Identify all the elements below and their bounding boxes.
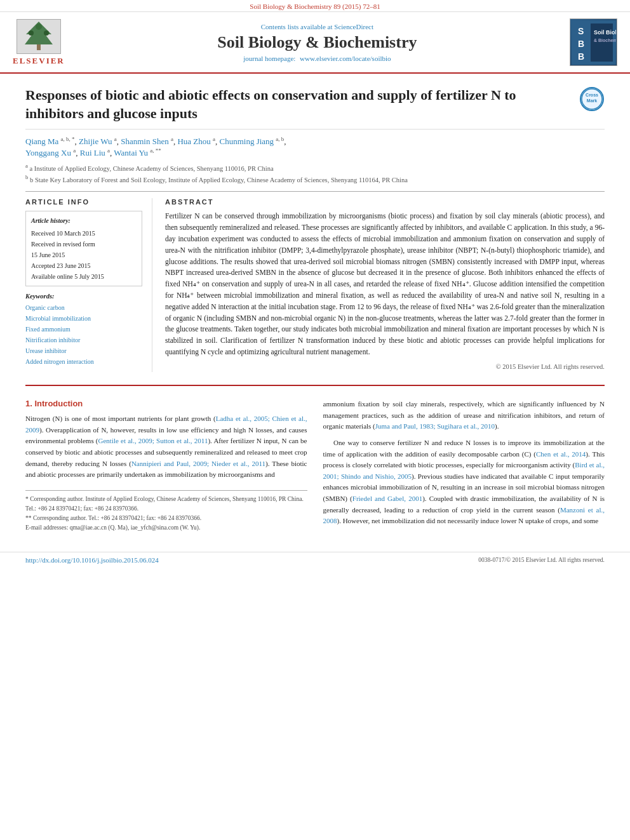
received-date: Received 10 March 2015 xyxy=(31,228,137,239)
homepage-link[interactable]: www.elsevier.com/locate/soilbio xyxy=(300,55,391,62)
author-qiang-ma: Qiang Ma xyxy=(25,137,58,147)
keywords-section: Keywords: Organic carbon Microbial immob… xyxy=(25,293,142,367)
homepage-prefix: journal homepage: xyxy=(243,55,295,62)
author-yonggang-xu: Yonggang Xu xyxy=(25,148,71,157)
intro-para-3: One way to conserve fertilizer N and red… xyxy=(323,437,605,527)
keyword-3: Fixed ammonium xyxy=(25,324,142,335)
cite-juma: Juma and Paul, 1983; Sugihara et al., 20… xyxy=(375,422,495,430)
affiliation-b: b b State Key Laboratory of Forest and S… xyxy=(25,173,605,185)
intro-heading: 1. Introduction xyxy=(25,399,307,408)
cite-chen: Chen et al., 2014 xyxy=(536,450,586,458)
abstract-column: ABSTRACT Fertilizer N can be conserved t… xyxy=(165,198,605,372)
main-content: Responses of biotic and abiotic effects … xyxy=(0,74,630,545)
journal-header: ELSEVIER Contents lists available at Sci… xyxy=(0,12,630,74)
footnote-star2: ** Corresponding author. Tel.: +86 24 83… xyxy=(25,514,307,523)
author-shanmin-shen: Shanmin Shen xyxy=(121,137,168,147)
article-info-title: ARTICLE INFO xyxy=(25,198,142,206)
accepted-date: Accepted 23 June 2015 xyxy=(31,260,137,271)
elsevier-brand-text: ELSEVIER xyxy=(13,56,65,66)
author-rui-liu: Rui Liu xyxy=(80,148,105,157)
article-history-box: Article history: Received 10 March 2015 … xyxy=(25,211,142,286)
svg-point-2 xyxy=(29,30,34,36)
available-date: Available online 5 July 2015 xyxy=(31,271,137,282)
intro-para-2: ammonium fixation by soil clay minerals,… xyxy=(323,399,605,432)
svg-text:B: B xyxy=(578,39,584,49)
intro-para-1: Nitrogen (N) is one of most important nu… xyxy=(25,413,307,481)
abstract-body: Fertilizer N can be conserved through im… xyxy=(165,211,605,372)
copyright-notice: © 2015 Elsevier Ltd. All rights reserved… xyxy=(165,362,605,372)
keyword-1: Organic carbon xyxy=(25,302,142,313)
author-shen-sup: a xyxy=(171,136,173,142)
footnotes: * Corresponding author. Institute of App… xyxy=(25,490,307,533)
article-info-column: ARTICLE INFO Article history: Received 1… xyxy=(25,198,152,372)
article-title-section: Responses of biotic and abiotic effects … xyxy=(25,86,605,130)
author-zhou-sup: a xyxy=(213,136,215,142)
elsevier-logo: ELSEVIER xyxy=(13,19,65,66)
footnote-star1: * Corresponding author. Institute of App… xyxy=(25,495,307,514)
svg-text:B: B xyxy=(578,51,584,62)
author-yu-sup: a, ** xyxy=(150,147,161,154)
body-col-left: 1. Introduction Nitrogen (N) is one of m… xyxy=(25,399,307,533)
article-history-label: Article history: xyxy=(31,215,137,226)
keyword-6: Added nitrogen interaction xyxy=(25,356,142,367)
cite-bird: Bird et al., 2001; Shindo and Nishio, 20… xyxy=(323,461,605,480)
svg-text:Mark: Mark xyxy=(587,98,597,103)
journal-header-center: Contents lists available at ScienceDirec… xyxy=(65,23,570,62)
received-revised-date: 15 June 2015 xyxy=(31,250,137,260)
doi-link[interactable]: http://dx.doi.org/10.1016/j.jsoilbio.201… xyxy=(25,556,159,564)
journal-homepage: journal homepage: www.elsevier.com/locat… xyxy=(65,55,570,62)
affiliations: a a Institute of Applied Ecology, Chines… xyxy=(25,162,605,185)
contents-available-text: Contents lists available at ScienceDirec… xyxy=(65,23,570,30)
sciencedirect-link[interactable]: ScienceDirect xyxy=(334,23,373,30)
svg-point-3 xyxy=(44,30,49,36)
footnote-email: E-mail addresses: qma@iae.ac.cn (Q. Ma),… xyxy=(25,523,307,533)
keywords-label: Keywords: xyxy=(25,293,142,300)
author-xu-sup: a xyxy=(73,147,76,154)
keyword-2: Microbial immobilization xyxy=(25,313,142,324)
cite-friedel: Friedel and Gabel, 2001 xyxy=(352,495,422,502)
author-chunming-jiang: Chunming Jiang xyxy=(220,137,274,147)
elsevier-tree-image xyxy=(17,19,61,54)
author-wantai-yu: Wantai Yu xyxy=(114,148,148,157)
keyword-5: Urease inhibitor xyxy=(25,345,142,356)
intro-title: Introduction xyxy=(34,399,83,408)
abstract-title: ABSTRACT xyxy=(165,198,605,206)
svg-text:& Biochemistry: & Biochemistry xyxy=(594,38,616,43)
top-banner: Soil Biology & Biochemistry 89 (2015) 72… xyxy=(0,0,630,12)
body-text-right: ammonium fixation by soil clay minerals,… xyxy=(323,399,605,527)
journal-title: Soil Biology & Biochemistry xyxy=(65,33,570,52)
body-text-left: Nitrogen (N) is one of most important nu… xyxy=(25,413,307,481)
crossmark-badge[interactable]: Cross Mark xyxy=(579,86,605,112)
body-section: 1. Introduction Nitrogen (N) is one of m… xyxy=(25,385,605,533)
article-title: Responses of biotic and abiotic effects … xyxy=(25,86,570,123)
authors-line: Qiang Ma a, b, *, Zhijie Wu a, Shanmin S… xyxy=(25,136,605,158)
banner-text: Soil Biology & Biochemistry 89 (2015) 72… xyxy=(250,3,380,10)
body-col-right: ammonium fixation by soil clay minerals,… xyxy=(323,399,605,533)
sbb-logo: S B B Soil Biology & Biochemistry xyxy=(570,18,617,66)
abstract-text-content: Fertilizer N can be conserved through im… xyxy=(165,212,605,356)
article-info-abstract-section: ARTICLE INFO Article history: Received 1… xyxy=(25,191,605,372)
svg-text:Cross: Cross xyxy=(586,93,598,97)
cite-nannipieri: Nannipieri and Paul, 2009; Nieder et al.… xyxy=(131,460,265,467)
body-two-col: 1. Introduction Nitrogen (N) is one of m… xyxy=(25,399,605,533)
contents-prefix: Contents lists available at xyxy=(261,23,333,30)
issn-text: 0038-0717/© 2015 Elsevier Ltd. All right… xyxy=(478,557,605,563)
svg-text:Soil Biology: Soil Biology xyxy=(594,29,616,36)
cite-manzoni: Manzoni et al., 2008 xyxy=(323,506,605,525)
author-wu-sup: a xyxy=(114,136,117,142)
cite-gentile: Gentile et al., 2009; Sutton et al., 201… xyxy=(98,437,208,444)
crossmark-icon: Cross Mark xyxy=(580,87,604,111)
cite-ladha: Ladha et al., 2005; Chien et al., 2009 xyxy=(25,415,307,434)
svg-point-4 xyxy=(36,23,42,30)
intro-number: 1. xyxy=(25,399,32,408)
affiliation-a: a a Institute of Applied Ecology, Chines… xyxy=(25,162,605,173)
received-revised-label: Received in revised form xyxy=(31,239,137,250)
svg-text:S: S xyxy=(578,26,584,36)
author-ma-sup: a, b, * xyxy=(61,136,75,142)
author-zhijie-wu: Zhijie Wu xyxy=(79,137,112,147)
keyword-4: Nitrification inhibitor xyxy=(25,335,142,345)
author-jiang-sup: a, b xyxy=(276,136,284,142)
bottom-bar: http://dx.doi.org/10.1016/j.jsoilbio.201… xyxy=(0,552,630,568)
author-hua-zhou: Hua Zhou xyxy=(177,137,210,147)
author-liu-sup: a xyxy=(107,147,110,154)
